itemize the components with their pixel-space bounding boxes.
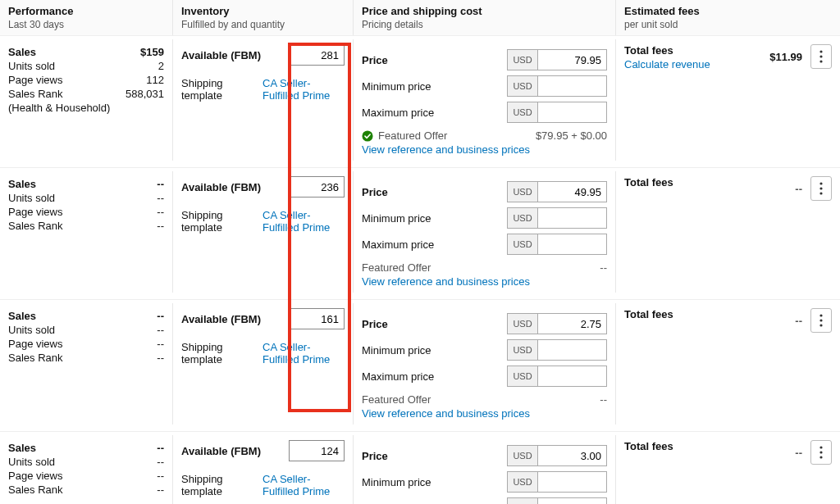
sales-label: Sales: [8, 310, 36, 322]
shipping-template-link[interactable]: CA Seller-Fulfilled Prime: [262, 77, 345, 102]
calculate-revenue-link[interactable]: Calculate revenue: [624, 58, 710, 70]
units-label: Units sold: [8, 192, 55, 204]
currency-badge: USD: [507, 313, 538, 334]
svg-point-13: [819, 446, 822, 448]
col-performance-title: Performance: [8, 5, 164, 17]
max-price-input[interactable]: [538, 497, 607, 504]
currency-badge: USD: [507, 445, 538, 466]
total-fees-label: Total fees: [624, 308, 673, 320]
svg-point-0: [362, 130, 372, 141]
vertical-dots-icon: [819, 182, 823, 195]
rank-label: Sales Rank: [8, 484, 62, 496]
row-actions-button[interactable]: [810, 44, 832, 69]
table-row: Sales-- Units sold-- Page views-- Sales …: [0, 168, 840, 300]
rank-value: --: [157, 220, 164, 232]
min-price-input[interactable]: [538, 75, 607, 97]
units-value: --: [157, 324, 164, 336]
shipping-template-label: Shipping template: [181, 209, 258, 234]
sales-value: --: [157, 442, 164, 454]
currency-badge: USD: [507, 366, 538, 387]
views-label: Page views: [8, 74, 62, 86]
max-price-input[interactable]: [538, 102, 607, 123]
max-price-input[interactable]: [538, 366, 607, 387]
row-actions-button[interactable]: [810, 308, 832, 333]
price-input[interactable]: [538, 445, 607, 466]
currency-badge: USD: [507, 339, 538, 361]
quantity-input[interactable]: [289, 308, 345, 329]
rank-value: --: [157, 484, 164, 496]
svg-point-1: [819, 50, 822, 52]
units-value: --: [157, 456, 164, 468]
max-price-input[interactable]: [538, 234, 607, 255]
shipping-template-label: Shipping template: [181, 341, 258, 366]
price-input[interactable]: [538, 49, 607, 70]
rank-value: 588,031: [126, 88, 164, 100]
featured-offer-label: Featured Offer: [362, 261, 431, 274]
views-label: Page views: [8, 338, 62, 350]
svg-point-7: [819, 192, 822, 194]
total-fees-value: --: [795, 447, 802, 459]
featured-offer-label: Featured Offer: [378, 129, 447, 142]
col-price-sub: Pricing details: [362, 19, 607, 30]
svg-point-10: [819, 319, 822, 321]
total-fees-label: Total fees: [624, 44, 673, 57]
price-label: Price: [362, 318, 388, 330]
row-actions-button[interactable]: [810, 440, 832, 465]
price-label: Price: [362, 186, 388, 198]
col-price-title: Price and shipping cost: [362, 5, 607, 17]
currency-badge: USD: [507, 181, 538, 202]
table-row: Sales-- Units sold-- Page views-- Sales …: [0, 300, 840, 432]
max-price-label: Maximum price: [362, 107, 434, 119]
sales-value: --: [157, 310, 164, 322]
min-price-input[interactable]: [538, 339, 607, 361]
reference-prices-link[interactable]: View reference and business prices: [362, 407, 607, 420]
row-actions-button[interactable]: [810, 176, 832, 201]
svg-point-2: [819, 55, 822, 57]
min-price-label: Minimum price: [362, 476, 431, 488]
sales-label: Sales: [8, 178, 36, 190]
shipping-template-link[interactable]: CA Seller-Fulfilled Prime: [262, 473, 345, 497]
price-input[interactable]: [538, 313, 607, 334]
vertical-dots-icon: [819, 446, 823, 459]
shipping-template-link[interactable]: CA Seller-Fulfilled Prime: [262, 209, 345, 234]
vertical-dots-icon: [819, 50, 823, 63]
available-fbm-label: Available (FBM): [181, 445, 261, 457]
units-label: Units sold: [8, 324, 55, 336]
total-fees-value: --: [795, 315, 802, 327]
available-fbm-label: Available (FBM): [181, 181, 261, 193]
svg-point-15: [819, 456, 822, 458]
sales-value: --: [157, 178, 164, 190]
currency-badge: USD: [507, 207, 538, 229]
rank-value: --: [157, 352, 164, 364]
min-price-input[interactable]: [538, 471, 607, 493]
quantity-input[interactable]: [289, 176, 345, 198]
available-fbm-label: Available (FBM): [181, 49, 261, 61]
reference-prices-link[interactable]: View reference and business prices: [362, 143, 607, 156]
price-label: Price: [362, 450, 388, 462]
col-inventory-sub: Fulfilled by and quantity: [181, 19, 345, 30]
views-label: Page views: [8, 470, 62, 482]
price-input[interactable]: [538, 181, 607, 202]
currency-badge: USD: [507, 471, 538, 493]
rank-label: Sales Rank: [8, 88, 62, 100]
shipping-template-link[interactable]: CA Seller-Fulfilled Prime: [262, 341, 345, 366]
rank-category: (Health & Household): [8, 102, 164, 114]
quantity-input[interactable]: [289, 44, 345, 66]
reference-prices-link[interactable]: View reference and business prices: [362, 275, 607, 288]
min-price-label: Minimum price: [362, 212, 431, 225]
featured-offer-value: $79.95 + $0.00: [536, 129, 607, 142]
max-price-label: Maximum price: [362, 370, 434, 383]
currency-badge: USD: [507, 75, 538, 97]
views-value: --: [157, 470, 164, 482]
shipping-template-label: Shipping template: [181, 473, 258, 497]
currency-badge: USD: [507, 102, 538, 123]
table-row: Sales-- Units sold-- Page views-- Sales …: [0, 432, 840, 504]
quantity-input[interactable]: [289, 440, 345, 461]
col-performance-sub: Last 30 days: [8, 19, 164, 30]
column-header-row: Performance Last 30 days Inventory Fulfi…: [0, 0, 840, 36]
currency-badge: USD: [507, 49, 538, 70]
min-price-input[interactable]: [538, 207, 607, 229]
total-fees-label: Total fees: [624, 176, 673, 188]
rank-label: Sales Rank: [8, 220, 62, 232]
min-price-label: Minimum price: [362, 80, 431, 93]
